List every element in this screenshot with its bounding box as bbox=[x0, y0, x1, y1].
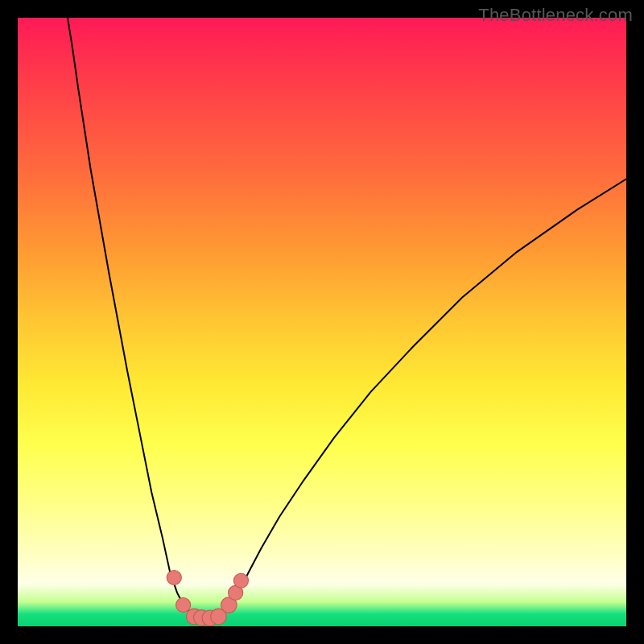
watermark-text: TheBottleneck.com bbox=[478, 5, 633, 26]
chart-plot-area bbox=[18, 18, 626, 626]
chart-svg bbox=[18, 18, 626, 626]
svg-point-8 bbox=[233, 573, 248, 588]
curve-right-branch bbox=[218, 179, 626, 617]
curve-left-branch bbox=[68, 18, 200, 617]
svg-point-0 bbox=[167, 570, 181, 584]
svg-point-1 bbox=[176, 597, 191, 612]
